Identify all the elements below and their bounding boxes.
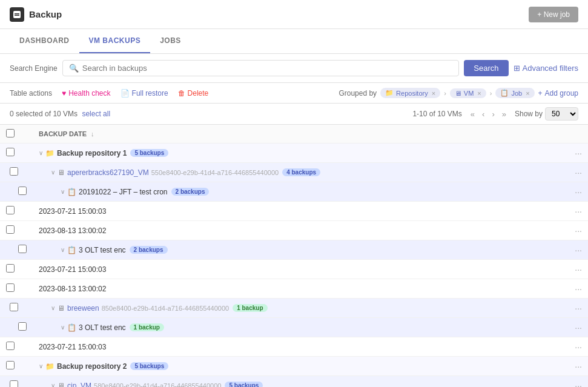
table-row: ∨ 📁 Backup repository 1 5 backups ··· <box>0 144 588 163</box>
row-menu-button[interactable]: ··· <box>575 168 582 177</box>
pagination-controls: « ‹ › » <box>468 108 509 120</box>
new-job-button[interactable]: + New job <box>529 7 578 22</box>
row-menu-button[interactable]: ··· <box>575 362 582 371</box>
expand-button[interactable]: ∨ <box>51 169 55 176</box>
backup-date: 2023-08-13 13:00:02 <box>39 227 106 235</box>
health-check-button[interactable]: ♥ Health check <box>62 89 111 98</box>
expand-button[interactable]: ∨ <box>61 246 65 253</box>
expand-button[interactable]: ∨ <box>61 188 65 195</box>
remove-repository-group[interactable]: × <box>432 90 435 97</box>
row-checkbox[interactable] <box>18 322 27 331</box>
table-row: 2023-07-21 15:00:03 ··· <box>0 260 588 279</box>
expand-button[interactable]: ∨ <box>39 363 43 369</box>
row-checkbox[interactable] <box>18 187 27 195</box>
advanced-filters-button[interactable]: ⊞ Advanced filters <box>514 64 579 73</box>
delete-icon: 🗑 <box>178 89 185 98</box>
row-menu-button[interactable]: ··· <box>575 265 582 274</box>
row-checkbox[interactable] <box>10 303 18 311</box>
expand-button[interactable]: ∨ <box>61 324 65 331</box>
repo-chip-icon: 📁 <box>385 89 394 97</box>
table-row: 2023-07-21 15:00:03 ··· <box>0 202 588 221</box>
backup-date: 2023-07-21 15:00:03 <box>39 207 106 216</box>
backup-date: 2023-08-13 13:00:02 <box>39 285 106 293</box>
table-row: ∨ 🖥 cip_VM 580e8400-e29b-41d4-a716-44685… <box>0 376 588 388</box>
full-restore-button[interactable]: 📄 Full restore <box>121 89 168 98</box>
prev-page-button[interactable]: ‹ <box>480 108 487 120</box>
backup-date: 2023-07-21 15:00:03 <box>39 343 106 351</box>
search-input-wrap: 🔍 <box>62 60 460 76</box>
last-page-button[interactable]: » <box>500 108 509 120</box>
select-all-link[interactable]: select all <box>82 110 110 118</box>
vm-name: apererbracks627190_VM <box>67 168 149 177</box>
first-page-button[interactable]: « <box>468 108 477 120</box>
row-checkbox[interactable] <box>6 225 15 234</box>
table-row: ∨ 📋 20191022 – JFT – test cron 2 backups… <box>0 182 588 202</box>
group-chip-job: 📋 Job × <box>495 88 534 98</box>
remove-job-group[interactable]: × <box>526 90 529 97</box>
table-actions-bar: Table actions ♥ Health check 📄 Full rest… <box>0 83 588 104</box>
row-checkbox[interactable] <box>10 167 18 176</box>
group-arrow-1: › <box>444 90 446 97</box>
row-menu-button[interactable]: ··· <box>575 148 582 158</box>
row-menu-button[interactable]: ··· <box>575 381 582 388</box>
per-page-select[interactable]: 50 100 25 <box>545 107 578 121</box>
folder-icon: 📁 <box>45 149 55 157</box>
row-checkbox[interactable] <box>6 342 15 350</box>
vm-name: breeween <box>67 304 99 313</box>
row-menu-button[interactable]: ··· <box>575 245 582 255</box>
next-page-button[interactable]: › <box>489 108 497 120</box>
search-button[interactable]: Search <box>464 60 508 76</box>
delete-button[interactable]: 🗑 Delete <box>178 89 209 98</box>
app-logo: Backup <box>10 7 62 22</box>
add-group-button[interactable]: + Add group <box>538 89 578 98</box>
expand-button[interactable]: ∨ <box>51 382 55 387</box>
table-row: 2023-08-13 13:00:02 ··· <box>0 279 588 299</box>
backups-table: BACKUP DATE ↓ ∨ 📁 Backup repository 1 5 … <box>0 125 588 387</box>
health-icon: ♥ <box>62 89 66 98</box>
backup-count-badge: 2 backups <box>130 246 168 254</box>
row-checkbox[interactable] <box>6 148 15 156</box>
row-menu-button[interactable]: ··· <box>575 284 582 294</box>
row-checkbox[interactable] <box>6 264 15 273</box>
group-chip-repository: 📁 Repository × <box>380 88 440 98</box>
row-checkbox[interactable] <box>6 206 15 214</box>
row-menu-button[interactable]: ··· <box>575 323 582 332</box>
group-name: Backup repository 1 <box>57 149 127 157</box>
row-menu-button[interactable]: ··· <box>575 187 582 197</box>
row-menu-button[interactable]: ··· <box>575 226 582 236</box>
group-chip-vm: 🖥 VM × <box>450 88 486 98</box>
row-menu-button[interactable]: ··· <box>575 207 582 216</box>
vm-icon: 🖥 <box>58 168 65 177</box>
row-checkbox[interactable] <box>6 283 15 292</box>
search-engine-label: Search Engine <box>10 64 58 73</box>
remove-vm-group[interactable]: × <box>477 90 481 97</box>
table-row: ∨ 🖥 breeween 850e8400-e29b-41d4-a716-446… <box>0 299 588 318</box>
backup-date: 2023-07-21 15:00:03 <box>39 265 106 274</box>
vm-hash: 850e8400-e29b-41d4-a716-446855440000 <box>102 305 229 312</box>
table-row: ∨ 🖥 apererbracks627190_VM 550e8400-e29b-… <box>0 163 588 182</box>
search-input[interactable] <box>82 64 453 73</box>
show-by: Show by 50 100 25 <box>515 107 578 121</box>
app-title: Backup <box>29 9 62 19</box>
vm-hash: 550e8400-e29b-41d4-a716-446855440000 <box>151 169 279 176</box>
svg-rect-0 <box>13 11 21 18</box>
info-bar: 0 selected of 10 VMs select all 1-10 of … <box>0 104 588 125</box>
expand-button[interactable]: ∨ <box>51 305 55 311</box>
row-menu-button[interactable]: ··· <box>575 303 582 313</box>
row-checkbox[interactable] <box>10 380 18 387</box>
grouped-by: Grouped by 📁 Repository × › 🖥 VM × › 📋 J… <box>339 88 578 98</box>
group-name: Backup repository 2 <box>57 362 127 371</box>
row-checkbox[interactable] <box>6 361 15 369</box>
table-row: 2023-08-13 13:00:02 ··· <box>0 221 588 240</box>
row-menu-button[interactable]: ··· <box>575 342 582 352</box>
expand-button[interactable]: ∨ <box>39 150 43 156</box>
tab-dashboard[interactable]: DASHBOARD <box>10 29 79 53</box>
backup-date-header: BACKUP DATE <box>39 130 87 137</box>
tab-vm-backups[interactable]: VM BACKUPS <box>79 29 151 53</box>
vm-name: cip_VM <box>67 382 91 388</box>
backup-count-badge: 1 backup <box>130 323 164 331</box>
select-all-checkbox[interactable] <box>6 129 15 137</box>
row-checkbox[interactable] <box>18 245 27 253</box>
tab-jobs[interactable]: JOBS <box>150 29 191 53</box>
svg-rect-1 <box>15 13 19 15</box>
